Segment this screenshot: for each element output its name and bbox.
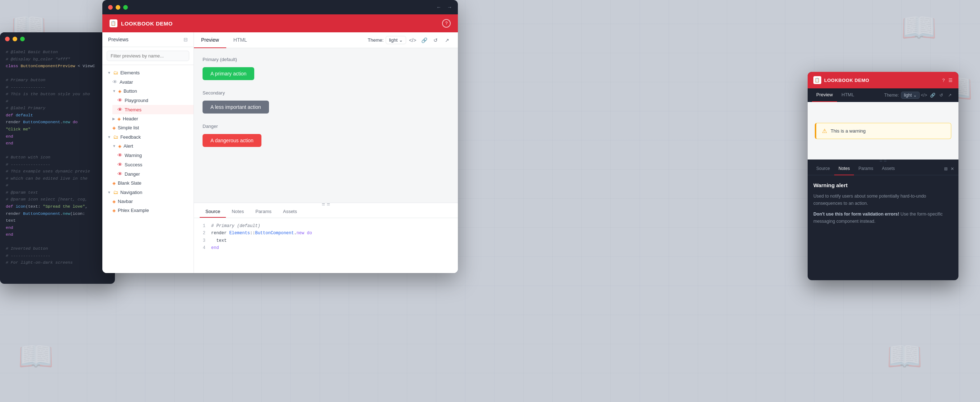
sidebar-toggle-icon[interactable]: ⊟ — [183, 37, 188, 42]
folder-alert-label[interactable]: ▼ ◈ Alert — [107, 142, 194, 150]
code-editor-window: # @label Basic Button # @display bg_colo… — [0, 32, 115, 284]
secondary-embed-button[interactable]: </> — [920, 91, 928, 99]
help-button[interactable]: ? — [442, 19, 451, 28]
preview-content: Primary (default) A primary action Secon… — [194, 48, 458, 203]
sidebar-item-blank-slate[interactable]: ◈ Blank Slate — [107, 179, 194, 188]
secondary-action-button[interactable]: A less important action — [202, 100, 269, 113]
code-content: # @label Basic Button # @display bg_colo… — [0, 46, 115, 269]
sidebar-item-danger[interactable]: 👁 Danger — [112, 169, 194, 179]
folder-feedback-label[interactable]: ▼ 🗂 Feedback — [102, 132, 194, 142]
preview-controls: Theme: light ⌄ </> 🔗 ↺ ↗ — [368, 35, 458, 45]
secondary-open-button[interactable]: ↗ — [945, 91, 954, 99]
secondary-tab-preview[interactable]: Preview — [812, 88, 837, 102]
eye-icon: 👁 — [118, 107, 123, 112]
warning-icon: ⚠ — [822, 128, 827, 134]
code-window-titlebar — [0, 32, 115, 46]
sidebar-item-avatar[interactable]: 👁 Avatar — [107, 77, 194, 86]
folder-feedback-text: Feedback — [120, 134, 141, 140]
sidebar-item-phlex-example[interactable]: ◈ Phlex Example — [107, 206, 194, 215]
source-tab-source[interactable]: Source — [200, 206, 226, 218]
minimize-button[interactable] — [13, 37, 17, 41]
theme-dropdown[interactable]: light ⌄ — [386, 36, 406, 44]
folder-elements-children: 👁 Avatar ▼ ◈ Button — [102, 77, 194, 132]
secondary-source-tab-source[interactable]: Source — [812, 163, 834, 175]
secondary-logo: 📋 LOOKBOOK DEMO — [813, 76, 869, 84]
tab-preview[interactable]: Preview — [194, 32, 226, 48]
embed-button[interactable]: </> — [407, 35, 418, 45]
folder-navigation: ▼ 🗂 Navigation ◈ Navbar ◈ Phlex Example — [102, 188, 194, 215]
secondary-theme-label: Theme: — [884, 93, 899, 98]
link-button[interactable]: 🔗 — [419, 35, 429, 45]
secondary-notes: Warning alert Used to notify users about… — [808, 175, 958, 231]
preview-section-secondary: Secondary A less important action — [202, 90, 449, 113]
open-external-button[interactable]: ↗ — [442, 35, 452, 45]
folder-icon: 🗂 — [113, 70, 118, 75]
sidebar-item-warning[interactable]: 👁 Warning — [112, 150, 194, 160]
sidebar-item-themes[interactable]: 👁 Themes — [112, 105, 194, 114]
folder-button-label[interactable]: ▼ ◈ Button — [107, 86, 194, 96]
secondary-source-tab-notes[interactable]: Notes — [834, 163, 854, 175]
source-line: 2 render Elements::ButtonComponent.new d… — [200, 230, 452, 237]
secondary-source-tab-params[interactable]: Params — [854, 163, 877, 175]
preview-area: Preview HTML Theme: light ⌄ </> 🔗 — [194, 32, 458, 273]
folder-icon: 🗂 — [113, 189, 118, 195]
source-panel: = = Source Notes Params Assets — [194, 203, 458, 273]
drag-handle[interactable]: = = — [194, 203, 458, 206]
secondary-menu-button[interactable]: ☰ — [948, 78, 953, 83]
sidebar-tree: ▼ 🗂 Elements 👁 Avatar ▼ ◈ — [102, 65, 194, 218]
tab-html[interactable]: HTML — [226, 32, 254, 48]
folder-alert-text: Alert — [124, 144, 133, 149]
minimize-button[interactable] — [116, 5, 120, 10]
nav-back[interactable]: ← — [436, 4, 441, 10]
chevron-down-icon: ▼ — [107, 190, 111, 195]
refresh-button[interactable]: ↺ — [431, 35, 441, 45]
section-title-secondary: Secondary — [202, 90, 449, 96]
stack-icon: ◈ — [118, 116, 121, 121]
source-tab-params[interactable]: Params — [250, 206, 277, 218]
secondary-source-tabs: Source Notes Params Assets ⊞ ✕ — [808, 163, 958, 175]
secondary-source-tab-assets[interactable]: Assets — [878, 163, 899, 175]
code-comment-line: # Primary (default) — [211, 222, 260, 230]
line-number: 4 — [200, 244, 205, 252]
folder-navigation-children: ◈ Navbar ◈ Phlex Example — [102, 197, 194, 215]
secondary-tab-html[interactable]: HTML — [837, 88, 858, 102]
danger-action-button[interactable]: A dangerous action — [202, 134, 261, 147]
sidebar-item-warning-label: Warning — [125, 153, 142, 158]
eye-icon: 👁 — [118, 97, 123, 103]
sidebar-item-success[interactable]: 👁 Success — [112, 160, 194, 169]
secondary-refresh-button[interactable]: ↺ — [937, 91, 945, 99]
source-tab-assets[interactable]: Assets — [277, 206, 303, 218]
sidebar-item-playground[interactable]: 👁 Playground — [112, 96, 194, 105]
secondary-source-icons: ⊞ ✕ — [944, 166, 954, 171]
close-button[interactable] — [5, 37, 10, 41]
stack-icon: ◈ — [112, 199, 116, 204]
chevron-down-icon: ▼ — [107, 135, 111, 139]
folder-header-text: Header — [123, 116, 138, 121]
sidebar-item-navbar[interactable]: ◈ Navbar — [107, 197, 194, 206]
folder-header-label[interactable]: ▶ ◈ Header — [107, 114, 194, 123]
close-button[interactable] — [108, 5, 113, 10]
eye-icon: 👁 — [118, 171, 123, 177]
source-tab-notes[interactable]: Notes — [226, 206, 250, 218]
sidebar-item-simple-list-label: Simple list — [118, 125, 139, 131]
folder-elements-label[interactable]: ▼ 🗂 Elements — [102, 68, 194, 77]
folder-navigation-label[interactable]: ▼ 🗂 Navigation — [102, 188, 194, 197]
nav-forward[interactable]: → — [447, 4, 452, 10]
secondary-link-button[interactable]: 🔗 — [928, 91, 937, 99]
close-icon[interactable]: ✕ — [951, 166, 954, 171]
maximize-button[interactable] — [20, 37, 25, 41]
grid-icon[interactable]: ⊞ — [944, 166, 948, 171]
search-input[interactable] — [107, 51, 189, 61]
primary-action-button[interactable]: A primary action — [202, 67, 254, 80]
warning-text: This is a warning — [830, 128, 866, 134]
secondary-help-button[interactable]: ? — [942, 78, 945, 83]
sidebar-item-simple-list[interactable]: ◈ Simple list — [107, 123, 194, 132]
source-line: 1 # Primary (default) — [200, 222, 452, 230]
secondary-theme-dropdown[interactable]: light ⌄ — [901, 92, 920, 99]
folder-alert: ▼ ◈ Alert 👁 Warning 👁 — [107, 142, 194, 179]
sidebar-item-avatar-label: Avatar — [119, 80, 133, 85]
chevron-down-icon: ⌄ — [399, 37, 403, 43]
source-code: 1 # Primary (default) 2 render Elements:… — [194, 218, 458, 256]
fullscreen-button[interactable] — [123, 5, 128, 10]
sidebar: Previews ⊟ ▼ 🗂 Elements 👁 — [102, 32, 194, 273]
